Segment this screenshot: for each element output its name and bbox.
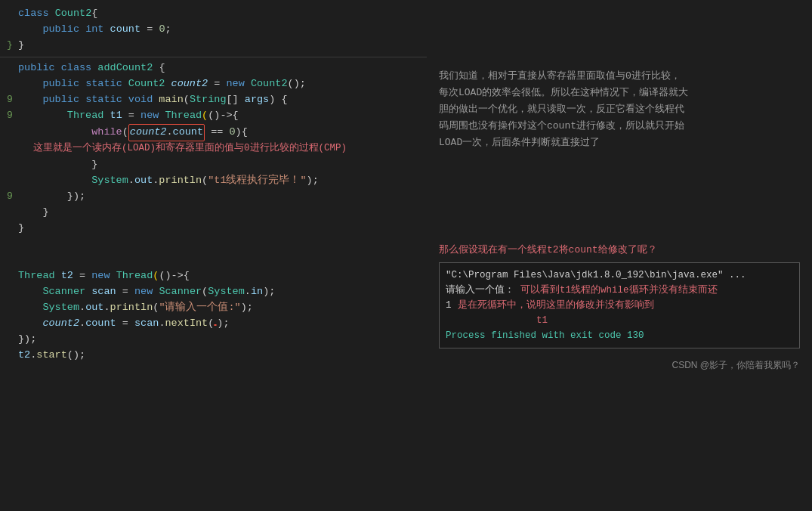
term-input-label: 请输入一个值： (446, 283, 514, 298)
code-line: t2.start(); (0, 348, 427, 364)
code-line: class Count2{ (0, 6, 427, 22)
code-line: System.out.println("t1线程执行完毕！"); (0, 173, 427, 189)
question-text: 那么假设现在有一个线程t2将count给修改了呢？ (439, 242, 800, 259)
code-panel: class Count2{ public int count = 0; } } … (0, 0, 427, 511)
line-content: Thread t2 = new Thread(()->{ (18, 268, 427, 284)
main-annotation-block: 我们知道，相对于直接从寄存器里面取值与0进行比较， 每次LOAD的效率会很低。所… (439, 68, 800, 151)
line-content: } (18, 205, 427, 221)
question-block: 那么假设现在有一个线程t2将count给修改了呢？ "C:\Program Fi… (439, 242, 800, 348)
term-t1-label: t1 (536, 315, 548, 326)
code-line: Scanner scan = new Scanner(System.in); (0, 284, 427, 300)
line-content: Thread t1 = new Thread(()->{ (18, 108, 427, 124)
line-content: public static void main(String[] args) { (18, 92, 427, 108)
line-gutter: } (3, 38, 17, 53)
arrow-annotation: 这里就是一个读内存(LOAD)和寄存器里面的值与0进行比较的过程(CMP) (30, 141, 427, 157)
code-line: } (0, 157, 427, 173)
line-content: } (18, 38, 427, 54)
main-annotation-text: 我们知道，相对于直接从寄存器里面取值与0进行比较， 每次LOAD的效率会很低。所… (439, 68, 800, 151)
line-content: public static Count2 count2 = new Count2… (18, 76, 427, 92)
code-line: Thread t2 = new Thread(()->{ (0, 268, 427, 284)
code-line: } (0, 221, 427, 237)
line-gutter: 9 (3, 92, 17, 107)
code-line: } (0, 205, 427, 221)
line-content: } (18, 221, 427, 237)
annotation-panel: 我们知道，相对于直接从寄存器里面取值与0进行比较， 每次LOAD的效率会很低。所… (427, 0, 812, 511)
terminal-line4: t1 (536, 313, 793, 328)
line-content: }); (18, 189, 427, 205)
code-line: System.out.println("请输入一个值:"); (0, 300, 427, 316)
line-content: while(count2.count == 0){ (18, 124, 427, 141)
line-content: System.out.println("请输入一个值:"); (18, 300, 427, 316)
terminal-line2: 请输入一个值： 可以看到t1线程的while循环并没有结束而还 (446, 283, 793, 298)
line-content: System.out.println("t1线程执行完毕！"); (18, 173, 427, 189)
term-line3-ann: 是在死循环中，说明这里的修改并没有影响到 (458, 298, 654, 313)
term-line2-ann: 可以看到t1线程的while循环并没有结束而还 (520, 283, 718, 298)
terminal-line3: 1 是在死循环中，说明这里的修改并没有影响到 (446, 298, 793, 313)
code-line: 9 Thread t1 = new Thread(()->{ (0, 108, 427, 124)
terminal-box: "C:\Program Files\Java\jdk1.8.0_192\bin\… (439, 262, 800, 348)
code-line: public class addCount2 { (0, 60, 427, 76)
divider (0, 57, 427, 57)
terminal-line1: "C:\Program Files\Java\jdk1.8.0_192\bin\… (446, 268, 793, 283)
term-num: 1 (446, 298, 452, 313)
line-content: public int count = 0; (18, 22, 427, 38)
code-line: public static Count2 count2 = new Count2… (0, 76, 427, 92)
arrow-text: 这里就是一个读内存(LOAD)和寄存器里面的值与0进行比较的过程(CMP) (33, 141, 347, 156)
line-content: t2.start(); (18, 348, 427, 364)
watermark: CSDN @影子，你陪着我累吗？ (439, 358, 800, 373)
terminal-line5: Process finished with exit code 130 (446, 328, 793, 343)
code-line: }); (0, 332, 427, 348)
code-line: } } (0, 38, 427, 54)
code-line: count2.count = scan.nextInt(); (0, 316, 427, 332)
line-content: class Count2{ (18, 6, 427, 22)
line-content: count2.count = scan.nextInt(); (18, 316, 427, 332)
line-content: Scanner scan = new Scanner(System.in); (18, 284, 427, 300)
while-line: while(count2.count == 0){ (0, 124, 427, 141)
main-container: class Count2{ public int count = 0; } } … (0, 0, 812, 511)
code-line: public int count = 0; (0, 22, 427, 38)
line-gutter: 9 (3, 108, 17, 123)
line-content: public class addCount2 { (18, 60, 427, 76)
code-line: 9 public static void main(String[] args)… (0, 92, 427, 108)
code-line: 9 }); (0, 189, 427, 205)
highlight-count2-count: count2.count (128, 124, 205, 141)
line-content: } (18, 157, 427, 173)
line-content: }); (18, 332, 427, 348)
line-gutter: 9 (3, 189, 17, 204)
